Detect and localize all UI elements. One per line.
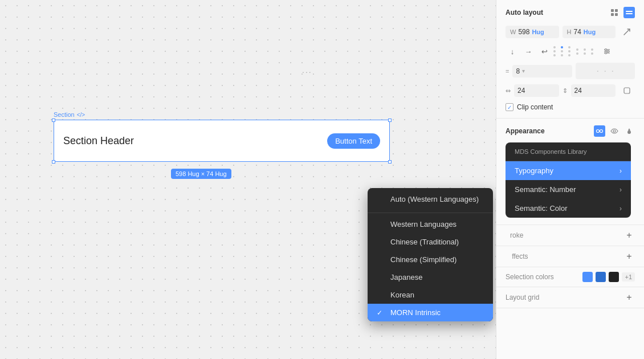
dropdown-item-korean[interactable]: Korean (368, 286, 493, 304)
fill-icon[interactable] (623, 125, 635, 137)
align-dot-grid-2[interactable] (576, 48, 597, 55)
dropdown-item-japanese[interactable]: Japanese (368, 268, 493, 286)
size-badge: 598 Hug × 74 Hug (171, 169, 231, 179)
align-right-icon[interactable]: → (521, 44, 535, 58)
dropdown-label-jp: Japanese (390, 273, 422, 282)
svg-rect-0 (611, 9, 614, 12)
dropdown-label-ko: Korean (390, 291, 414, 299)
lib-item-semantic-number[interactable]: Semantic: Number › (506, 180, 631, 199)
svg-point-11 (605, 52, 607, 54)
color-swatch-1[interactable] (582, 272, 593, 282)
dot-2 (561, 46, 563, 48)
dropdown-item-chinese-simp[interactable]: Chinese (Simplified) (368, 251, 493, 268)
handle-top-left[interactable] (52, 119, 55, 122)
dot-6 (568, 50, 570, 52)
lib-label-semantic-color: Semantic: Color (515, 204, 567, 213)
dot-5 (561, 50, 563, 52)
grid-icon[interactable] (609, 7, 620, 18)
dropdown-item-auto[interactable]: Auto (Western Languages) (368, 188, 493, 210)
svg-point-16 (627, 130, 631, 134)
dot-8 (561, 54, 563, 56)
visibility-icon[interactable] (609, 125, 620, 137)
svg-rect-2 (611, 13, 614, 16)
align-dot-grid[interactable] (553, 46, 574, 56)
equals-icon: = (506, 68, 509, 75)
button-text-element[interactable]: Button Text (327, 133, 380, 149)
effects-label: Efffects (506, 252, 528, 260)
dropdown-label-western: Western Languages (390, 220, 456, 229)
code-icon: </> (77, 112, 85, 118)
padding-v-field[interactable]: 24 (571, 84, 616, 97)
padding-h-field[interactable]: 24 (514, 84, 559, 97)
clip-content-row: ✓ Clip content (506, 103, 635, 111)
dot-7 (553, 54, 556, 56)
handle-bottom-left[interactable] (52, 160, 55, 164)
check-morn: ✓ (377, 309, 386, 317)
corner-icon[interactable] (619, 83, 635, 99)
section-label: Section </> (54, 111, 85, 118)
svg-rect-1 (615, 9, 618, 12)
align-left-icon[interactable]: ↩ (537, 44, 551, 58)
wh-row: W 598 Hug H 74 Hug (506, 24, 635, 40)
chevron-right-icon-2: › (619, 186, 622, 194)
appearance-title: Appearance (506, 127, 545, 135)
lib-header: MDS Components Library (506, 142, 631, 161)
color-swatch-2[interactable] (596, 272, 606, 282)
layout-grid-add-button[interactable]: + (623, 292, 635, 303)
lib-item-typography[interactable]: Typography › (506, 161, 631, 180)
tune-icon[interactable] (599, 43, 615, 59)
padding-v-icon: ⇕ (563, 87, 568, 95)
section-header-text: Section Header (63, 135, 134, 147)
align-down-icon[interactable]: ↓ (506, 44, 519, 58)
canvas-area: ... Section </> Section Header Button Te… (0, 0, 496, 359)
width-field[interactable]: W 598 Hug (506, 26, 559, 38)
padding-v-value: 24 (574, 87, 582, 95)
gap-field[interactable]: 8 ▾ (512, 65, 572, 77)
layout-icon[interactable] (623, 7, 635, 18)
stroke-label: Sroke (506, 231, 523, 239)
auto-layout-icons (609, 7, 635, 18)
height-mode: Hug (584, 28, 596, 35)
padding-row: ⇔ 24 ⇕ 24 (506, 83, 635, 99)
dot-a6 (591, 52, 593, 55)
language-dropdown[interactable]: Auto (Western Languages) Western Languag… (368, 188, 493, 321)
width-label: W (510, 28, 516, 35)
frame-box[interactable]: Section Header Button Text (54, 120, 390, 162)
effects-add-button[interactable]: + (623, 251, 635, 262)
dot-3 (568, 46, 570, 48)
dropdown-item-western[interactable]: Western Languages (368, 215, 493, 233)
right-panel: Auto layout (496, 0, 644, 359)
canvas-ellipsis: ... (302, 66, 312, 75)
width-mode: Hug (532, 28, 544, 35)
svg-point-14 (600, 130, 603, 133)
stroke-section: Sroke + (496, 225, 644, 246)
dropdown-item-morn[interactable]: ✓ MORN Intrinsic (368, 304, 493, 321)
handle-top-right[interactable] (388, 119, 392, 122)
dot-a2 (584, 48, 586, 51)
gap-value: 8 (516, 67, 520, 75)
chevron-right-icon-3: › (619, 205, 622, 213)
dropdown-item-chinese-trad[interactable]: Chinese (Traditional) (368, 233, 493, 251)
stroke-add-button[interactable]: + (623, 230, 635, 241)
svg-point-9 (605, 49, 607, 51)
chevron-right-icon: › (619, 167, 622, 175)
dot-a3 (591, 48, 593, 51)
handle-bottom-right[interactable] (388, 160, 392, 164)
appearance-section: Appearance (496, 119, 644, 225)
dropdown-label-morn: MORN Intrinsic (390, 308, 441, 317)
dot-4 (553, 50, 556, 52)
layout-grid-section: Layout grid + (496, 287, 644, 308)
height-field[interactable]: H 74 Hug (563, 26, 616, 38)
svg-rect-3 (615, 13, 618, 16)
styles-icon[interactable] (594, 125, 605, 137)
clip-checkbox[interactable]: ✓ (506, 103, 513, 111)
color-swatch-3[interactable] (609, 272, 619, 282)
appearance-icon-group (594, 125, 635, 137)
height-value: 74 (573, 28, 581, 36)
lib-item-semantic-color[interactable]: Semantic: Color › (506, 199, 631, 218)
section-text: Section (54, 111, 75, 118)
lib-context-menu[interactable]: MDS Components Library Typography › Sema… (506, 142, 631, 218)
resize-icon[interactable] (619, 24, 635, 40)
effects-section: Efffects + (496, 246, 644, 267)
svg-point-15 (613, 130, 616, 132)
